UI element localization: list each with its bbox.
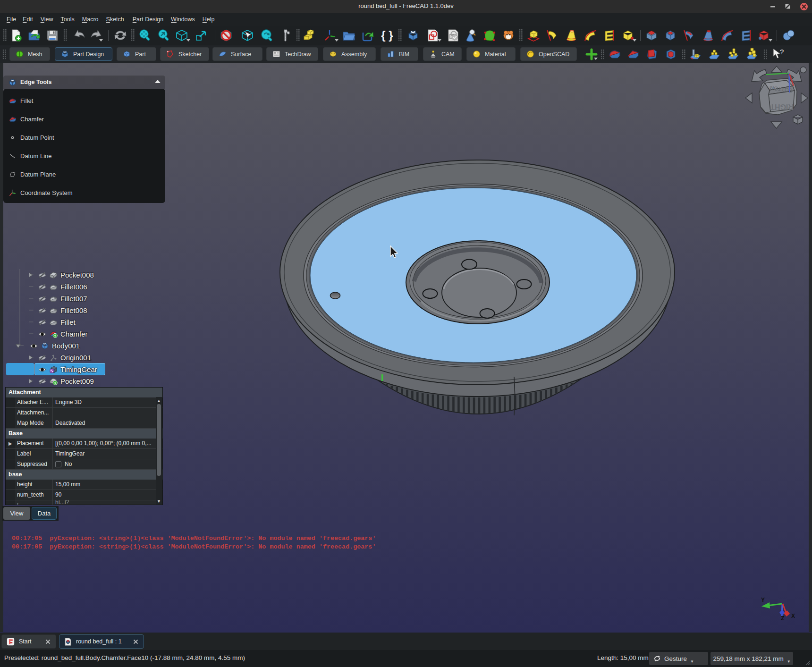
svg-text:?: ?	[780, 48, 784, 56]
svg-text:RIGHT: RIGHT	[770, 103, 794, 111]
svg-text:{ }: { }	[381, 29, 393, 42]
svg-text:Y: Y	[761, 597, 765, 603]
svg-text:X: X	[791, 613, 795, 619]
svg-text:Z: Z	[781, 615, 784, 622]
